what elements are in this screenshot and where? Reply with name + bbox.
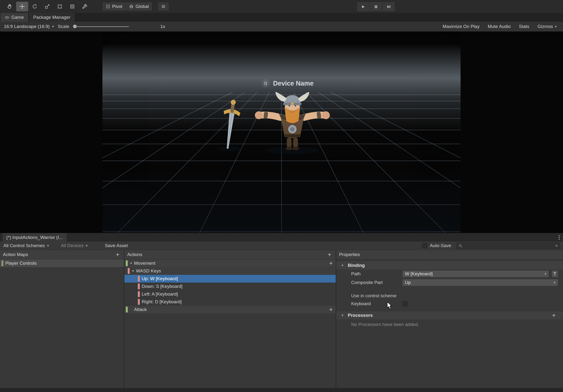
binding-label: Left: A [Keyboard] — [142, 291, 178, 297]
wrench-icon — [82, 4, 88, 9]
use-in-control-scheme-label: Use in control scheme — [336, 287, 563, 300]
action-maps-panel: Action Maps + Player Controls — [0, 250, 124, 388]
foldout-open-icon: ▼ — [341, 264, 345, 267]
action-row-movement[interactable]: ▼ Movement + — [124, 259, 336, 267]
add-binding-icon[interactable]: + — [328, 307, 334, 313]
grid-snap-button[interactable] — [158, 2, 169, 11]
warrior-character — [208, 87, 348, 157]
action-map-label: Player Controls — [5, 261, 37, 266]
rect-tool-icon — [57, 4, 63, 9]
input-actions-panels: Action Maps + Player Controls Actions + … — [0, 250, 563, 388]
add-action-icon[interactable]: + — [326, 252, 333, 258]
handle-settings: Pivot Global — [102, 2, 152, 11]
tab-package-manager[interactable]: Package Manager — [29, 13, 75, 22]
binding-row-left[interactable]: Left: A [Keyboard] — [124, 290, 336, 298]
pause-button[interactable] — [370, 2, 383, 12]
aspect-ratio-dropdown[interactable]: 16:9 Landscape (16:9) ▾ — [2, 24, 55, 29]
foldout-open-icon[interactable]: ▼ — [130, 261, 134, 265]
properties-title: Properties — [339, 252, 360, 257]
foldout-open-icon[interactable]: ▼ — [132, 269, 136, 273]
main-toolbar: Pivot Global — [0, 0, 563, 13]
binding-label: Up: W [Keyboard] — [142, 276, 178, 281]
bottom-strip — [0, 388, 563, 392]
global-label: Global — [135, 4, 149, 9]
foldout-open-icon: ▼ — [341, 314, 345, 317]
play-button[interactable] — [357, 2, 370, 12]
save-asset-button[interactable]: Save Asset — [103, 243, 130, 248]
action-row-attack[interactable]: Attack + — [124, 306, 336, 314]
tab-game-label: Game — [11, 15, 24, 20]
binding-row-up[interactable]: Up: W [Keyboard] — [124, 275, 336, 283]
add-processor-icon[interactable]: + — [550, 313, 557, 318]
pivot-label: Pivot — [112, 4, 122, 9]
processors-section-header[interactable]: ▼ Processors + — [336, 311, 563, 319]
pause-icon — [374, 5, 378, 9]
global-toggle-button[interactable]: Global — [126, 2, 152, 11]
composite-part-dropdown[interactable]: Up ▾ — [402, 279, 558, 286]
composite-row-wasd-keys[interactable]: ▼ WASD Keys — [124, 267, 336, 275]
game-view-toolbar: 16:9 Landscape (16:9) ▾ Scale 1x Maximiz… — [0, 22, 563, 32]
keyboard-checkbox[interactable] — [402, 301, 408, 306]
gizmos-label: Gizmos — [537, 24, 553, 29]
add-binding-icon[interactable]: + — [328, 260, 334, 266]
play-icon — [361, 5, 365, 9]
chevron-down-icon: ▾ — [86, 244, 88, 248]
action-map-color-strip — [1, 260, 3, 266]
hand-tool-button[interactable] — [4, 2, 16, 11]
composite-label: WASD Keys — [136, 268, 161, 274]
maximize-on-play-toggle[interactable]: Maximize On Play — [443, 24, 480, 29]
devices-dropdown[interactable]: All Devices ▾ — [59, 243, 90, 248]
rotate-tool-button[interactable] — [29, 2, 41, 11]
auto-save-checkbox[interactable] — [422, 243, 427, 248]
device-name-overlay: 0 Device Name — [261, 79, 314, 88]
chevron-down-icon: ▾ — [555, 24, 557, 29]
actions-panel: Actions + ▼ Movement + ▼ WASD Keys Up: W… — [124, 250, 336, 388]
game-toolbar-right: Maximize On Play Mute Audio Stats Gizmos… — [443, 24, 557, 29]
search-input[interactable]: × — [457, 242, 560, 249]
binding-label: Down: S [Keyboard] — [142, 284, 182, 289]
binding-row-right[interactable]: Right: D [Keyboard] — [124, 298, 336, 306]
actions-header: Actions + — [124, 250, 336, 259]
transform-tool-button[interactable] — [66, 2, 78, 11]
move-tool-button[interactable] — [16, 2, 28, 11]
path-dropdown[interactable]: W [Keyboard] ▾ — [402, 270, 549, 277]
mute-audio-label: Mute Audio — [488, 24, 511, 29]
binding-row-down[interactable]: Down: S [Keyboard] — [124, 283, 336, 290]
rect-tool-button[interactable] — [54, 2, 66, 11]
transform-icon — [69, 4, 75, 9]
binding-section-header[interactable]: ▼ Binding — [336, 261, 563, 270]
stats-toggle[interactable]: Stats — [519, 24, 529, 29]
window-menu-icon[interactable] — [559, 235, 560, 240]
scale-slider-track — [74, 26, 129, 27]
custom-tool-button[interactable] — [79, 2, 91, 11]
input-actions-tabstrip: (*) InputActions_Warrior (I... — [0, 233, 563, 242]
scale-value: 1x — [160, 24, 165, 29]
mute-audio-toggle[interactable]: Mute Audio — [488, 24, 511, 29]
path-text-mode-label: T — [553, 271, 556, 276]
clear-search-icon[interactable]: × — [555, 243, 558, 248]
path-text-mode-button[interactable]: T — [551, 270, 558, 277]
actions-title: Actions — [127, 252, 142, 257]
step-button[interactable] — [383, 2, 395, 12]
properties-panel: Properties ▼ Binding Path W [Keyboard] ▾… — [336, 250, 563, 388]
game-scene: 0 Device Name — [102, 32, 461, 233]
add-action-map-icon[interactable]: + — [114, 252, 121, 258]
action-color-strip — [126, 260, 128, 266]
input-actions-tab-label: (*) InputActions_Warrior (I... — [6, 235, 63, 240]
scale-slider[interactable] — [74, 24, 129, 29]
pivot-icon — [106, 4, 110, 9]
tab-game[interactable]: Game — [0, 13, 28, 22]
scale-label: Scale — [58, 24, 69, 29]
control-schemes-dropdown[interactable]: All Control Schemes ▾ — [1, 243, 51, 248]
scale-slider-knob[interactable] — [73, 25, 77, 28]
chevron-down-icon: ▾ — [52, 24, 54, 29]
action-maps-title: Action Maps — [3, 252, 28, 257]
device-name-text: Device Name — [273, 80, 314, 87]
scale-tool-button[interactable] — [41, 2, 53, 11]
processors-section-label: Processors — [348, 313, 373, 318]
composite-part-value: Up — [405, 280, 411, 285]
pivot-toggle-button[interactable]: Pivot — [102, 2, 126, 11]
gizmos-dropdown[interactable]: Gizmos ▾ — [537, 24, 557, 29]
action-map-row-player-controls[interactable]: Player Controls — [0, 259, 124, 267]
tab-input-actions[interactable]: (*) InputActions_Warrior (I... — [2, 233, 67, 242]
